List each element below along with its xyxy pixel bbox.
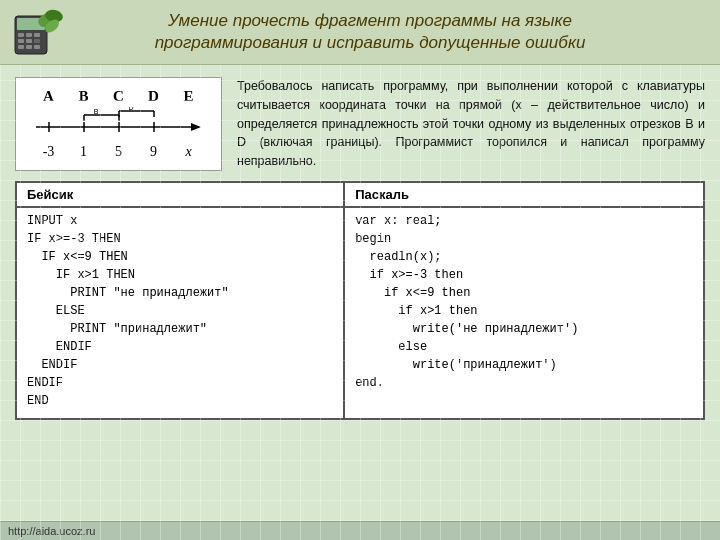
- header-title: Умение прочесть фрагмент программы на яз…: [80, 10, 660, 54]
- header: Умение прочесть фрагмент программы на яз…: [0, 0, 720, 65]
- main-container: Умение прочесть фрагмент программы на яз…: [0, 0, 720, 540]
- grid-background: [0, 0, 720, 540]
- svg-rect-4: [34, 33, 40, 37]
- calculator-icon: [10, 8, 65, 58]
- svg-rect-3: [26, 33, 32, 37]
- svg-rect-5: [18, 39, 24, 43]
- svg-rect-2: [18, 33, 24, 37]
- svg-rect-10: [34, 45, 40, 49]
- svg-rect-6: [26, 39, 32, 43]
- svg-rect-7: [34, 39, 40, 43]
- svg-rect-8: [18, 45, 24, 49]
- svg-rect-9: [26, 45, 32, 49]
